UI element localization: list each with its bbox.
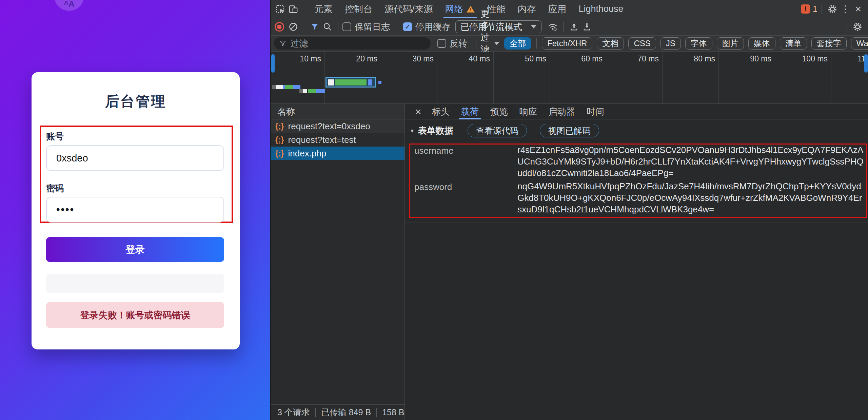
disable-cache-checkbox[interactable]: ✓ <box>403 22 412 31</box>
tab-console[interactable]: 控制台 <box>339 0 378 18</box>
invert-label: 反转 <box>450 38 467 50</box>
chip-media[interactable]: 媒体 <box>748 37 775 50</box>
tab-timing[interactable]: 时间 <box>581 104 610 119</box>
preserve-log-checkbox[interactable] <box>342 22 351 31</box>
divider <box>399 22 399 32</box>
password-input[interactable] <box>46 197 224 223</box>
tick-30ms: 30 ms <box>400 54 434 63</box>
chip-fetch-xhr[interactable]: Fetch/XHR <box>542 37 592 50</box>
issues-button[interactable]: ! 1 <box>801 4 817 14</box>
tick-80ms: 80 ms <box>681 54 715 63</box>
svg-text:!: ! <box>470 7 471 12</box>
view-decoded-button[interactable]: 视图已解码 <box>540 124 599 137</box>
tab-elements[interactable]: 元素 <box>308 0 339 18</box>
issues-count: 1 <box>813 4 817 14</box>
transferred-size: 已传输 849 B <box>321 407 371 418</box>
disable-cache-label: 停用缓存 <box>415 21 451 33</box>
tab-sources[interactable]: 源代码/来源 <box>378 0 439 18</box>
waterfall-bar[interactable] <box>299 89 325 93</box>
tab-preview[interactable]: 预览 <box>485 104 514 119</box>
close-details-icon[interactable]: × <box>410 106 426 118</box>
chip-doc[interactable]: 文档 <box>597 37 624 50</box>
tab-initiator[interactable]: 启动器 <box>543 104 581 119</box>
network-filter-bar: 反转 更多过滤条件 全部 Fetch/XHR 文档 CSS JS 字体 图片 媒… <box>271 36 868 52</box>
login-card: 后台管理 账号 密码 登录 登录失败！账号或密码错误 <box>32 72 240 349</box>
export-har-icon[interactable] <box>580 20 593 33</box>
waterfall-bar-selected[interactable] <box>326 77 376 88</box>
device-toolbar-icon[interactable] <box>287 3 300 16</box>
invert-checkbox[interactable] <box>437 39 446 48</box>
request-count: 3 个请求 <box>277 407 310 418</box>
tab-lighthouse[interactable]: Lighthouse <box>573 0 630 18</box>
form-data-label: 表单数据 <box>418 125 453 137</box>
clear-network-log-icon[interactable] <box>287 20 300 33</box>
tick-70ms: 70 ms <box>625 54 659 63</box>
chip-font[interactable]: 字体 <box>685 37 712 50</box>
username-input[interactable] <box>46 145 224 171</box>
filter-funnel-small-icon <box>279 40 286 47</box>
tab-response[interactable]: 响应 <box>514 104 543 119</box>
chip-manifest[interactable]: 清单 <box>780 37 807 50</box>
login-button[interactable]: 登录 <box>46 237 224 262</box>
divider <box>376 408 377 417</box>
chip-socket[interactable]: 套接字 <box>811 37 847 50</box>
kebab-menu-icon[interactable]: ⋮ <box>839 3 852 16</box>
form-data-key: username <box>414 146 454 156</box>
network-settings-gear-icon[interactable] <box>851 20 864 33</box>
tab-application[interactable]: 应用 <box>542 0 573 18</box>
divider <box>476 38 476 49</box>
divider <box>822 4 822 14</box>
tick-40ms: 40 ms <box>456 54 490 63</box>
request-details-pane: × 标头 载荷 预览 响应 启动器 时间 ▼ 表单数据 查看源代码 视图已解码 … <box>405 104 868 420</box>
request-row[interactable]: {;} request?text=test <box>271 133 405 147</box>
waterfall-dot <box>378 81 381 84</box>
tick-90ms: 90 ms <box>737 54 771 63</box>
chip-all[interactable]: 全部 <box>504 37 531 50</box>
divider <box>563 22 564 32</box>
import-har-icon[interactable] <box>568 20 580 33</box>
divider <box>304 4 304 14</box>
detail-tabs: × 标头 载荷 预览 响应 启动器 时间 <box>405 104 868 119</box>
timeline-left-handle[interactable] <box>271 54 275 73</box>
filter-funnel-icon[interactable] <box>308 20 321 33</box>
tab-memory[interactable]: 内存 <box>512 0 542 18</box>
filter-input-pill[interactable] <box>274 37 431 50</box>
active-tab-underline <box>459 118 481 119</box>
form-data-value: nqG4W9UmR5XtkuHVfpqPZhOzFdu/JazSe7H4Iih/… <box>517 180 865 215</box>
record-network-log-icon[interactable] <box>275 22 284 32</box>
chip-css[interactable]: CSS <box>628 37 656 50</box>
chevron-down-icon <box>494 42 499 45</box>
json-request-icon: {;} <box>275 122 284 131</box>
chip-js[interactable]: JS <box>660 37 681 50</box>
requests-name-column-header[interactable]: 名称 <box>271 104 405 119</box>
waterfall-bar[interactable] <box>272 85 300 89</box>
network-conditions-icon[interactable] <box>546 20 559 33</box>
search-icon[interactable] <box>321 20 334 33</box>
divider <box>536 38 537 49</box>
view-source-button[interactable]: 查看源代码 <box>468 124 527 137</box>
page-logo-text: ^A <box>64 0 74 9</box>
network-overview-timeline[interactable]: 10 ms 20 ms 30 ms 40 ms 50 ms 60 ms 70 m… <box>271 52 868 104</box>
divider <box>304 22 304 32</box>
close-devtools-icon[interactable]: × <box>852 3 865 16</box>
request-row-selected[interactable]: {;} index.php <box>271 147 405 160</box>
tick-20ms: 20 ms <box>343 54 377 63</box>
browser-page: ^A 后台管理 账号 密码 登录 登录失败！账号或密码错误 <box>0 0 270 420</box>
page-logo-badge: ^A <box>54 0 84 11</box>
tick-10ms: 10 ms <box>287 54 321 63</box>
request-row[interactable]: {;} request?text=0xsdeo <box>271 119 405 133</box>
json-request-icon: {;} <box>275 135 284 145</box>
tab-network[interactable]: 网络 ! <box>439 0 481 18</box>
chip-wasm[interactable]: Wasm <box>851 37 868 50</box>
settings-gear-icon[interactable] <box>826 3 839 16</box>
chip-img[interactable]: 图片 <box>717 37 744 50</box>
preserve-log-label: 保留日志 <box>355 21 390 33</box>
tab-headers[interactable]: 标头 <box>426 104 455 119</box>
timeline-right-handle[interactable] <box>864 54 868 73</box>
tick-100ms: 100 ms <box>794 54 828 63</box>
tab-payload[interactable]: 载荷 <box>455 104 485 119</box>
disclosure-triangle-icon[interactable]: ▼ <box>410 128 415 134</box>
filter-input[interactable] <box>290 38 425 49</box>
active-tab-underline <box>443 17 477 18</box>
inspect-element-icon[interactable] <box>274 3 287 16</box>
